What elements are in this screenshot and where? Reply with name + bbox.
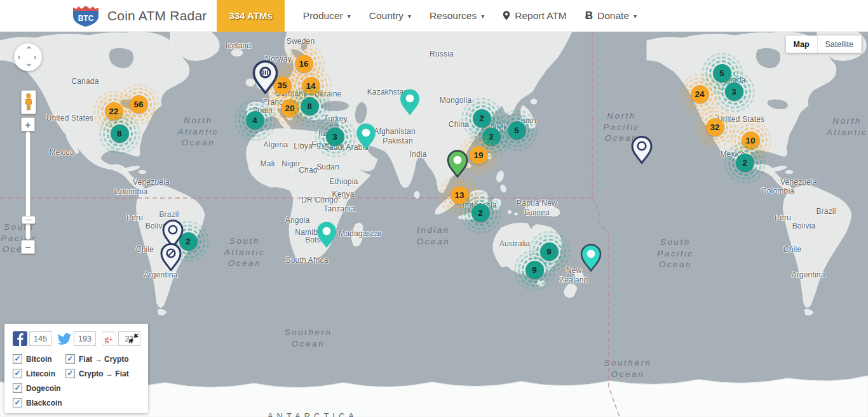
cluster-count: 8 <box>111 124 129 143</box>
main-nav: Producer▾Country▾Resources▾Report ATMɃDo… <box>285 10 637 22</box>
share-group-facebook: 145 <box>13 331 51 346</box>
googleplus-icon: g+ <box>102 331 116 346</box>
cluster-count: 3 <box>725 83 743 101</box>
share-buttons-row: 145193g+23 <box>13 331 140 346</box>
cluster-count: 4 <box>246 111 264 129</box>
chevron-down-icon: ▾ <box>481 13 484 20</box>
collapse-panel-icon[interactable] <box>128 333 139 344</box>
page: BTC Coin ATM Radar 334 ATMs Producer▾Cou… <box>0 0 868 417</box>
check-mark-icon: ✓ <box>67 355 73 362</box>
cluster-count: 32 <box>706 118 724 136</box>
cluster-count: 8 <box>301 97 319 116</box>
checkbox-bitcoin[interactable]: ✓ <box>13 354 22 364</box>
filter-label: Dogecoin <box>26 384 61 393</box>
twitter-icon <box>57 331 72 346</box>
atm-pin-marker-united-kingdom[interactable] <box>252 60 278 94</box>
pan-control[interactable]: ⌃ ⌄ ‹ › <box>14 43 42 71</box>
cluster-count: 9 <box>526 261 544 279</box>
chevron-down-icon: ▾ <box>348 13 351 20</box>
check-mark-icon: ✓ <box>14 355 20 362</box>
nav-item-label: Country <box>369 10 403 22</box>
zoom-in-button[interactable]: + <box>21 117 35 131</box>
nav-item-country[interactable]: Country▾ <box>369 10 411 22</box>
logo-text: BTC <box>78 14 94 23</box>
checkbox-crypto-fiat[interactable]: ✓ <box>65 369 75 378</box>
location-pin-icon <box>503 10 510 21</box>
cluster-count: 24 <box>691 85 709 103</box>
map-canvas[interactable]: CanadaUnited StatesMexicoVenezuelaColomb… <box>0 32 868 417</box>
pan-down-arrow[interactable]: ⌄ <box>25 58 32 68</box>
map-type-button-map[interactable]: Map <box>786 36 818 53</box>
atm-pin-marker-south-africa[interactable] <box>316 221 337 249</box>
facebook-share-button[interactable] <box>13 331 27 346</box>
nav-item-label: Report ATM <box>515 10 567 22</box>
googleplus-share-button[interactable]: g+ <box>102 331 116 346</box>
filter-row-bitcoin[interactable]: ✓Bitcoin <box>13 354 52 364</box>
filter-label: Bitcoin <box>26 355 52 364</box>
cluster-count: 2 <box>471 204 490 222</box>
zoom-out-button[interactable]: − <box>21 240 35 254</box>
atm-pin-marker-thailand[interactable] <box>447 150 468 178</box>
cluster-count: 3 <box>326 128 344 146</box>
nav-item-label: Producer <box>303 10 343 22</box>
filter-label: Crypto → Fiat <box>79 369 129 378</box>
facebook-share-count: 145 <box>29 331 51 346</box>
filter-row-blackcoin[interactable]: ✓Blackcoin <box>13 398 62 407</box>
cluster-count: 19 <box>470 146 488 164</box>
filter-row-crypto-fiat[interactable]: ✓Crypto → Fiat <box>65 369 129 378</box>
twitter-share-count: 193 <box>74 331 96 346</box>
site-title[interactable]: Coin ATM Radar <box>107 8 207 23</box>
nav-item-label: Resources <box>430 10 477 22</box>
header: BTC Coin ATM Radar 334 ATMs Producer▾Cou… <box>0 0 868 32</box>
zoom-slider-handle[interactable] <box>22 216 36 224</box>
checkbox-dogecoin[interactable]: ✓ <box>13 383 22 393</box>
nav-item-donate[interactable]: ɃDonate▾ <box>585 10 637 22</box>
atm-pin-marker-north-pacific[interactable] <box>631 136 653 164</box>
cluster-count: 56 <box>130 95 148 114</box>
atm-pin-marker-saudi-arabia[interactable] <box>355 122 377 150</box>
check-mark-icon: ✓ <box>14 399 20 406</box>
atm-pin-marker-argentina[interactable] <box>160 243 182 271</box>
nav-item-producer[interactable]: Producer▾ <box>303 10 351 22</box>
bitcoin-icon: Ƀ <box>585 10 593 22</box>
chevron-down-icon: ▾ <box>408 13 411 20</box>
pan-left-arrow[interactable]: ‹ <box>18 52 20 62</box>
filter-label: Blackcoin <box>26 399 62 407</box>
pan-right-arrow[interactable]: › <box>34 52 36 62</box>
atm-pin-marker-kazakhstan[interactable] <box>399 88 421 116</box>
check-mark-icon: ✓ <box>14 385 20 391</box>
filter-label: Litecoin <box>26 369 55 378</box>
filter-row-litecoin[interactable]: ✓Litecoin <box>13 369 55 378</box>
cluster-count: 2 <box>736 154 754 172</box>
checkbox-blackcoin[interactable]: ✓ <box>13 398 22 407</box>
twitter-share-button[interactable] <box>57 331 72 346</box>
logo-shield-top <box>73 6 98 11</box>
share-group-twitter: 193 <box>57 331 96 346</box>
pegman-street-view[interactable] <box>21 90 36 114</box>
map-type-button-satellite[interactable]: Satellite <box>818 36 862 53</box>
filter-row-dogecoin[interactable]: ✓Dogecoin <box>13 383 61 393</box>
filter-row-fiat-crypto[interactable]: ✓Fiat → Crypto <box>65 354 129 364</box>
btc-shield-logo[interactable]: BTC <box>72 4 100 27</box>
cluster-count: 5 <box>508 121 526 140</box>
atm-pin-marker-new-zealand[interactable] <box>580 244 602 272</box>
filter-label: Fiat → Crypto <box>79 355 129 364</box>
nav-item-report-atm[interactable]: Report ATM <box>503 10 567 22</box>
map-type-control: MapSatellite <box>786 36 862 53</box>
check-mark-icon: ✓ <box>67 370 73 376</box>
checkbox-fiat-crypto[interactable]: ✓ <box>65 354 75 364</box>
svg-text:g+: g+ <box>105 334 113 343</box>
nav-item-resources[interactable]: Resources▾ <box>430 10 484 22</box>
checkbox-litecoin[interactable]: ✓ <box>13 369 22 378</box>
chevron-down-icon: ▾ <box>634 13 637 20</box>
atm-count-button[interactable]: 334 ATMs <box>217 0 284 32</box>
pan-up-arrow[interactable]: ⌃ <box>25 45 32 55</box>
check-mark-icon: ✓ <box>14 370 20 376</box>
filter-share-panel: 145193g+23 ✓Bitcoin✓Litecoin✓Dogecoin✓Bl… <box>4 324 148 413</box>
nav-item-label: Donate <box>597 10 629 22</box>
pegman-icon <box>24 93 33 111</box>
facebook-icon <box>13 331 27 346</box>
